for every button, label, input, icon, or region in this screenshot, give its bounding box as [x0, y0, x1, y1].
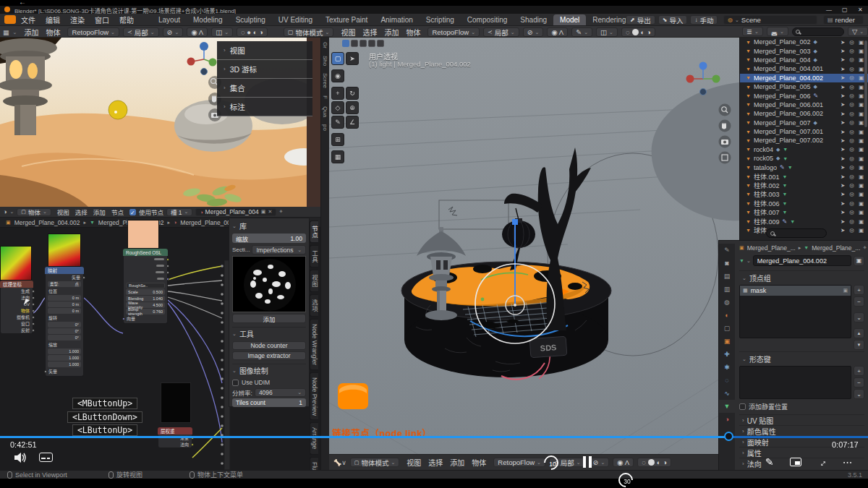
move-down-button[interactable]: ▼: [854, 340, 864, 350]
add-item-button[interactable]: +: [854, 285, 864, 295]
node-counter-button[interactable]: Node counter: [232, 341, 306, 350]
data-name-field[interactable]: Merged_Plane_004.002: [753, 255, 851, 266]
back-arrow-icon[interactable]: ←: [19, 0, 26, 6]
sidebar-tab[interactable]: Qua: [322, 106, 328, 117]
slider-field[interactable]: Scale0.500: [126, 289, 165, 295]
hide-toggle[interactable]: ◎: [849, 101, 854, 108]
menu-item[interactable]: 物体: [402, 27, 424, 38]
miniplayer-icon[interactable]: [790, 458, 801, 466]
remove-item-button[interactable]: −: [854, 296, 864, 307]
outliner-row[interactable]: ▼ Merged_Plane_004.001 ◆ ✎ ▼ ➤ ◎ ▣: [740, 64, 868, 73]
hide-toggle[interactable]: ◎: [849, 39, 854, 46]
sidebar-section[interactable]: › 标注: [217, 98, 312, 116]
remove-item-button[interactable]: −: [854, 377, 864, 388]
selectable-toggle[interactable]: ➤: [841, 129, 845, 135]
hide-toggle[interactable]: ◎: [849, 74, 854, 81]
video-progress-handle[interactable]: [724, 432, 733, 441]
brush-falloff[interactable]: ✎⌄: [571, 27, 592, 37]
slider-field[interactable]: Bump strength0.760: [126, 309, 165, 314]
outliner-row[interactable]: ▼ 柱体.009 ◆ ✎ ▼ ➤ ◎ ▣: [740, 217, 868, 226]
edit-icon[interactable]: ✎: [765, 456, 774, 468]
import-button[interactable]: ⬊导入: [658, 15, 688, 25]
shader-node-editor[interactable]: ◑⌄ ▢物体⌄ 视图选择添加节点 ✓ 使用节点 槽 1⌄ ◑ Merged_Pl…: [0, 207, 320, 470]
value-field[interactable]: 1.000: [48, 361, 81, 367]
selectable-toggle[interactable]: ➤: [841, 164, 845, 171]
node-roughness-group[interactable]: RoughSeed OSL RoughSe.. Scale0.500: [123, 249, 168, 324]
skip-back-button[interactable]: 10: [544, 455, 561, 473]
render-visibility-toggle[interactable]: ▣: [859, 48, 864, 54]
menu-item[interactable]: 文件: [16, 14, 41, 25]
menu-item[interactable]: 节点: [109, 207, 127, 216]
outliner-scrollbar[interactable]: [864, 40, 867, 127]
properties-section[interactable]: › 颜色属性: [739, 425, 864, 436]
workspace-tab[interactable]: Animation: [374, 14, 419, 25]
add-item-button[interactable]: +: [854, 366, 864, 376]
outliner-row[interactable]: ▼ Merged_Plane_005 ◆ ✎ ▼ ➤ ◎ ▣: [740, 82, 868, 91]
mode-dropdown[interactable]: ▢物体模式⌄: [284, 27, 333, 37]
selectable-toggle[interactable]: ➤: [841, 101, 845, 108]
selectable-toggle[interactable]: ➤: [841, 48, 845, 54]
selectable-toggle[interactable]: ➤: [841, 56, 845, 63]
hide-toggle[interactable]: ◎: [849, 111, 854, 117]
move-tool[interactable]: +: [331, 87, 344, 100]
tiles-count-field[interactable]: Tiles count1: [232, 398, 306, 407]
hide-toggle[interactable]: ◎: [849, 182, 854, 189]
editor-type-icon[interactable]: ◑: [3, 208, 7, 215]
tab-physics[interactable]: ◌: [719, 374, 735, 387]
move-up-button[interactable]: ▲: [854, 328, 864, 338]
volume-icon[interactable]: [13, 451, 27, 464]
render-visibility-toggle[interactable]: ▣: [859, 129, 864, 135]
tab-tool[interactable]: ✎: [719, 244, 735, 257]
specials-menu-button[interactable]: ⌄: [854, 389, 864, 399]
select-box-tool[interactable]: ▢: [331, 52, 344, 65]
selectable-toggle[interactable]: ➤: [841, 39, 845, 46]
tab-view-layer[interactable]: ▥: [719, 283, 735, 296]
tools-section-header[interactable]: ⌄工具: [232, 327, 306, 340]
outliner-row[interactable]: ▼ Merged_Plane_004.002 ◆ ✎ ▼ ➤ ◎ ▣: [740, 74, 868, 82]
pin-icon[interactable]: ⌖: [863, 244, 867, 252]
selectable-toggle[interactable]: ➤: [841, 182, 845, 189]
hide-toggle[interactable]: ◎: [849, 227, 854, 234]
menu-item[interactable]: 选择: [72, 207, 90, 216]
overlays-popover[interactable]: ◫⌄: [211, 27, 233, 37]
workspace-tab[interactable]: Model: [553, 14, 586, 25]
render-visibility-toggle[interactable]: ▣: [859, 146, 864, 153]
hide-toggle[interactable]: ◎: [849, 164, 854, 171]
mapping-type-dropdown[interactable]: 类型:点: [48, 281, 81, 287]
selectable-toggle[interactable]: ➤: [841, 209, 845, 215]
material-datablock[interactable]: ◑ Merged_Plane_004 ▣ ✕: [195, 208, 276, 216]
sidebar-section[interactable]: › 视图: [217, 41, 312, 60]
menu-item[interactable]: 添加: [380, 27, 402, 38]
render-visibility-toggle[interactable]: ▣: [859, 39, 864, 46]
workspace-tab[interactable]: Texture Paint: [319, 14, 374, 25]
retopoflow-menu[interactable]: RetopoFlow⌄: [67, 27, 119, 37]
node-output-row[interactable]: 物体: [1, 307, 33, 314]
sidebar-tab[interactable]: Scree: [322, 73, 328, 88]
retopoflow-menu[interactable]: RetopoFlow⌄: [427, 27, 480, 37]
render-visibility-toggle[interactable]: ▣: [859, 155, 864, 162]
imperfections-dropdown[interactable]: Imperfections⌄: [252, 245, 306, 254]
outliner-display-mode[interactable]: ≣⌄: [742, 27, 763, 36]
shading-modes[interactable]: ◌ ◐ ◑: [637, 458, 671, 467]
outliner-row[interactable]: ▼ tatalogo ◆ ✎ ▼ ➤ ◎ ▣: [740, 163, 868, 171]
outliner-row[interactable]: ▼ Merged_Plane_004 ◆ ✎ ▼ ➤ ◎ ▣: [740, 56, 868, 64]
use-nodes-checkbox[interactable]: ✓: [129, 209, 136, 215]
render-visibility-toggle[interactable]: ▣: [859, 191, 864, 197]
selectable-toggle[interactable]: ➤: [841, 155, 845, 162]
sidebar-tab[interactable]: Fluent: [310, 457, 318, 470]
outliner-row[interactable]: ▼ 柱体.003 ◆ ✎ ▼ ➤ ◎ ▣: [740, 190, 868, 199]
node-output-row[interactable]: 法向: [158, 441, 192, 448]
render-visibility-toggle[interactable]: ▣: [859, 66, 864, 72]
outliner-row[interactable]: ▼ rock05 ◆ ✎ ▼ ➤ ◎ ▣: [740, 154, 868, 163]
render-visibility-toggle[interactable]: ▣: [859, 74, 864, 81]
render-visibility-toggle[interactable]: ▣: [859, 182, 864, 189]
sidebar-tab[interactable]: 视图: [310, 270, 318, 292]
library-section-header[interactable]: ⌄库: [232, 221, 306, 231]
menu-item[interactable]: 帮助: [114, 14, 139, 25]
hide-toggle[interactable]: ◎: [849, 155, 854, 162]
proportional-edit-toggle[interactable]: ◉ Λ: [547, 27, 568, 37]
outliner-row[interactable]: ▼ Merged_Plane_006.002 ◆ ✎ ▼ ➤ ◎ ▣: [740, 109, 868, 118]
outliner-row[interactable]: ▼ Merged_Plane_006.001 ◆ ✎ ▼ ➤ ◎ ▣: [740, 100, 868, 109]
sidebar-section[interactable]: › 3D 游标: [217, 60, 312, 79]
image-paint-section-header[interactable]: ⌄图像绘制: [232, 364, 306, 377]
